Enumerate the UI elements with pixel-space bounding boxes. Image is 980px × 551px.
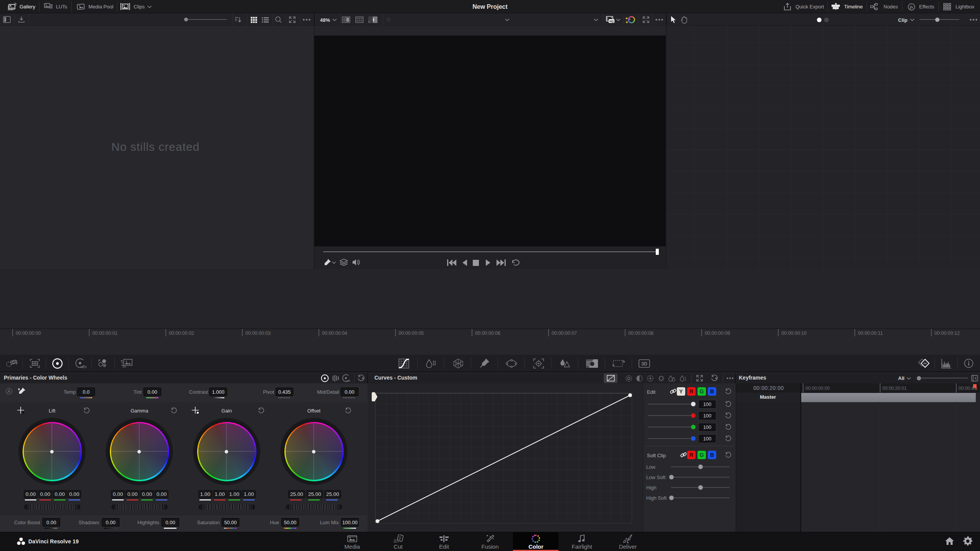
svg-text:LOG: LOG: [346, 379, 350, 383]
svg-text:fx: fx: [910, 5, 913, 9]
svg-text:HQ: HQ: [609, 20, 614, 23]
svg-text:HDR: HDR: [80, 365, 87, 369]
svg-text:3D: 3D: [641, 361, 647, 367]
